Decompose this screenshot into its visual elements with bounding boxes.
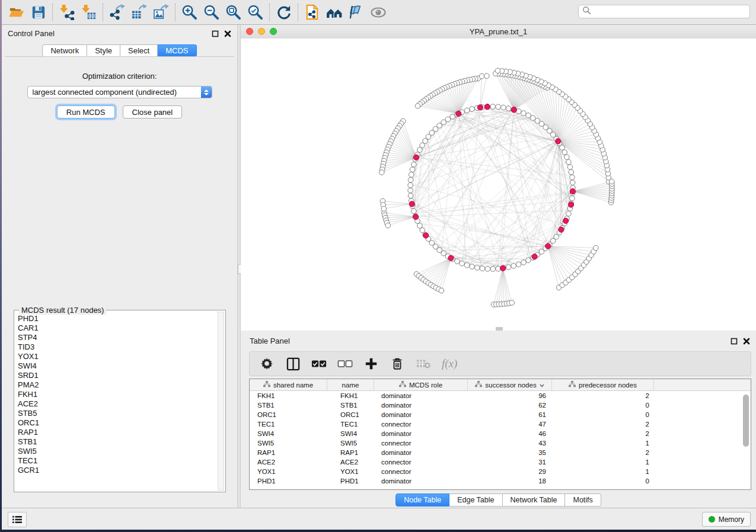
split-columns-icon[interactable] xyxy=(285,356,301,371)
mcds-result-item[interactable]: STP4 xyxy=(18,333,216,342)
mcds-result-item[interactable]: ORC1 xyxy=(18,418,216,428)
table-settings-gear-icon[interactable] xyxy=(259,356,275,371)
memory-button[interactable]: Memory xyxy=(702,512,751,527)
import-network-icon[interactable] xyxy=(56,2,78,23)
table-cell: dominator xyxy=(374,430,468,437)
export-image-icon[interactable] xyxy=(150,2,172,23)
zoom-fit-icon[interactable] xyxy=(222,2,244,23)
mcds-result-item[interactable]: RAP1 xyxy=(18,428,216,437)
mcds-result-item[interactable]: PHD1 xyxy=(18,314,216,323)
mcds-result-title: MCDS result (17 nodes) xyxy=(19,306,106,315)
tab-network[interactable]: Network xyxy=(42,44,87,57)
mcds-result-item[interactable]: PMA2 xyxy=(18,380,216,390)
column-header-name[interactable]: name xyxy=(327,379,374,390)
houses-icon[interactable] xyxy=(323,2,345,23)
result-list-scrollbar[interactable] xyxy=(218,312,224,491)
tab-node-table[interactable]: Node Table xyxy=(395,493,449,507)
table-cell: 1 xyxy=(552,468,654,475)
close-panel-icon[interactable] xyxy=(224,29,231,40)
import-table-icon[interactable] xyxy=(78,2,100,23)
mcds-result-item[interactable]: TID3 xyxy=(18,342,216,352)
table-cell: TEC1 xyxy=(327,421,374,428)
table-row[interactable]: RAP1RAP1dominator352 xyxy=(250,448,751,457)
table-row[interactable]: TEC1TEC1connector472 xyxy=(250,419,751,429)
table-cell: connector xyxy=(374,459,468,466)
table-cell: 2 xyxy=(552,392,654,399)
node-table[interactable]: shared namenameMCDS rolesuccessor nodesp… xyxy=(249,379,751,490)
table-cell: YOX1 xyxy=(327,468,374,475)
zoom-in-icon[interactable] xyxy=(178,2,200,23)
search-field[interactable] xyxy=(578,5,750,18)
save-floppy-icon[interactable] xyxy=(27,2,49,23)
column-header-successor-nodes[interactable]: successor nodes xyxy=(468,379,552,390)
table-row[interactable]: SWI5SWI5connector431 xyxy=(250,438,751,448)
mcds-result-item[interactable]: YOX1 xyxy=(18,352,216,361)
tab-edge-table[interactable]: Edge Table xyxy=(449,493,502,507)
float-panel-icon[interactable] xyxy=(212,29,219,40)
mcds-result-item[interactable]: ACE2 xyxy=(18,399,216,409)
tab-style[interactable]: Style xyxy=(87,44,120,57)
document-share-icon[interactable] xyxy=(301,2,323,23)
table-row[interactable]: FKH1FKH1dominator962 xyxy=(250,391,751,400)
table-cell: STB1 xyxy=(250,402,327,409)
tab-select[interactable]: Select xyxy=(120,44,158,57)
eye-icon[interactable] xyxy=(367,2,389,23)
mcds-result-item[interactable]: SWI5 xyxy=(18,447,216,456)
zoom-out-icon[interactable] xyxy=(200,2,222,23)
table-scrollbar[interactable] xyxy=(743,395,749,447)
mcds-result-item[interactable]: FKH1 xyxy=(18,390,216,399)
mcds-result-item[interactable]: SRD1 xyxy=(18,371,216,380)
export-table-icon[interactable] xyxy=(128,2,150,23)
mcds-result-item[interactable]: SWI4 xyxy=(18,361,216,371)
column-header-predecessor-nodes[interactable]: predecessor nodes xyxy=(552,379,654,390)
mcds-result-item[interactable]: STB5 xyxy=(18,409,216,418)
table-cell: 2 xyxy=(552,421,654,428)
network-column-icon xyxy=(475,381,482,389)
table-row[interactable]: STB1STB1dominator620 xyxy=(250,400,751,410)
table-cell: connector xyxy=(374,468,468,475)
mcds-result-item[interactable]: TEC1 xyxy=(18,456,216,466)
tab-mcds[interactable]: MCDS xyxy=(158,44,196,57)
select-stepper-icon[interactable] xyxy=(201,86,212,98)
column-header-shared-name[interactable]: shared name xyxy=(250,379,327,390)
float-panel-icon[interactable] xyxy=(731,336,738,347)
table-cell: YOX1 xyxy=(250,468,327,475)
mcds-result-item[interactable]: CAR1 xyxy=(18,323,216,333)
table-row[interactable]: ORC1ORC1dominator610 xyxy=(250,410,751,419)
table-cell: dominator xyxy=(374,392,468,399)
tab-network-table[interactable]: Network Table xyxy=(503,493,566,507)
run-mcds-button[interactable]: Run MCDS xyxy=(57,105,115,118)
tab-motifs[interactable]: Motifs xyxy=(565,493,601,507)
delete-trash-icon[interactable] xyxy=(390,356,405,371)
sort-chevron-icon[interactable] xyxy=(540,382,544,389)
show-columns-checked-icon[interactable] xyxy=(311,356,327,371)
table-row[interactable]: SWI4SWI4dominator462 xyxy=(250,429,751,438)
export-network-icon[interactable] xyxy=(106,2,128,23)
mcds-panel: Optimization criterion: largest connecte… xyxy=(5,56,234,505)
hide-columns-unchecked-icon[interactable] xyxy=(337,356,353,371)
open-folder-icon[interactable] xyxy=(5,2,27,23)
optimization-criterion-select[interactable]: largest connected component (undirected) xyxy=(27,86,212,98)
network-window-titlebar[interactable]: YPA_prune.txt_1 xyxy=(241,25,756,39)
flag-icon[interactable] xyxy=(345,2,367,23)
zoom-check-icon[interactable] xyxy=(244,2,266,23)
close-panel-icon[interactable] xyxy=(743,336,750,347)
network-canvas[interactable] xyxy=(241,39,756,331)
network-graph[interactable] xyxy=(241,39,756,331)
close-panel-button[interactable]: Close panel xyxy=(123,105,183,118)
memory-label: Memory xyxy=(719,515,744,524)
search-input[interactable] xyxy=(591,5,749,18)
column-header-MCDS-role[interactable]: MCDS role xyxy=(374,379,468,390)
mcds-result-item[interactable]: GCR1 xyxy=(18,466,216,475)
mcds-result-item[interactable]: STB1 xyxy=(18,437,216,447)
table-cell: dominator xyxy=(374,411,468,418)
add-column-plus-icon[interactable] xyxy=(363,356,379,371)
network-column-icon xyxy=(399,381,406,389)
table-row[interactable]: PHD1PHD1dominator180 xyxy=(250,476,751,486)
table-row[interactable]: YOX1YOX1connector291 xyxy=(250,467,751,476)
panel-menu-button[interactable] xyxy=(8,512,27,527)
refresh-icon[interactable] xyxy=(273,2,295,23)
table-cell: 62 xyxy=(468,402,552,409)
table-row[interactable]: ACE2ACE2connector311 xyxy=(250,457,751,467)
mcds-result-list[interactable]: PHD1CAR1STP4TID3YOX1SWI4SRD1PMA2FKH1ACE2… xyxy=(18,314,216,489)
